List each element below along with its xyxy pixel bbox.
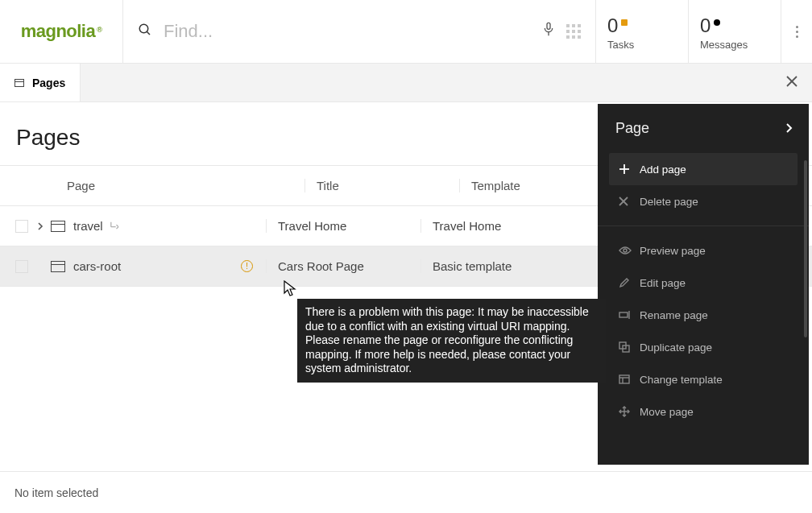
col-title[interactable]: Title [304,179,459,192]
messages-label: Messages [700,39,769,51]
panel-collapse-icon[interactable] [785,120,793,137]
svg-line-1 [147,31,150,35]
action-move: Move page [609,395,798,428]
tab-close-button[interactable] [786,74,798,91]
pages-icon [14,79,24,87]
action-label: Duplicate page [640,341,712,354]
action-label: Delete page [640,196,698,208]
action-preview: Preview page [609,234,798,267]
action-edit: Edit page [609,267,798,299]
messages-count: 0 [700,14,710,37]
dup-icon [619,341,640,353]
brand-mark: ® [97,26,102,34]
status-bar: No item selected [0,471,812,513]
app-logo[interactable]: magnolia® [0,0,123,63]
page-icon [51,261,65,272]
action-rename: Rename page [609,299,798,331]
row-title: Cars Root Page [266,259,420,273]
svg-point-0 [139,24,148,33]
row-checkbox[interactable] [15,220,28,233]
tasks-count: 0 [607,14,618,37]
eye-icon [619,246,640,255]
tab-pages[interactable]: Pages [0,64,81,101]
tab-bar: Pages [0,64,812,102]
messages-dot [714,19,720,26]
svg-rect-15 [619,312,628,317]
svg-line-9 [116,226,118,229]
move-icon [619,406,640,417]
svg-line-8 [116,225,118,227]
tab-label: Pages [32,77,65,89]
col-page[interactable]: Page [39,179,304,192]
svg-point-14 [624,249,627,252]
warning-icon[interactable]: ! [241,260,253,272]
action-label: Move page [640,406,694,418]
row-title: Travel Home [266,219,420,233]
page-title: Pages [16,125,80,151]
panel-heading: Page [615,120,649,137]
panel-scrollbar[interactable] [804,160,807,337]
action-label: Rename page [640,309,708,321]
pencil-icon [619,277,640,288]
action-changetpl: Change template [609,363,798,395]
actions-panel: Page Add pageDelete pagePreview pageEdit… [598,104,809,465]
kebab-icon [796,26,798,38]
row-name: travel [73,219,103,233]
more-menu[interactable] [781,0,812,63]
action-delete: Delete page [609,185,798,217]
messages-indicator[interactable]: 0 Messages [689,0,781,63]
plus-icon [619,163,640,175]
action-label: Change template [640,374,723,386]
action-duplicate: Duplicate page [609,331,798,363]
row-name: cars-root [73,259,121,273]
rename-icon [619,310,640,320]
action-label: Add page [640,163,686,176]
tasks-indicator[interactable]: 0 Tasks [596,0,689,63]
warning-tooltip: There is a problem with this page: It ma… [297,299,606,383]
action-add[interactable]: Add page [609,153,798,185]
brand-name: magnolia [21,21,96,41]
search-icon [138,23,152,40]
svg-rect-2 [547,23,550,29]
action-label: Edit page [640,277,686,289]
apps-grid-icon[interactable] [566,24,581,39]
node-tool-icon[interactable] [110,221,119,231]
microphone-icon[interactable] [542,22,555,41]
row-checkbox[interactable] [15,260,28,273]
tasks-alert-dot [621,19,628,26]
svg-rect-19 [619,375,629,383]
page-icon [51,221,65,232]
tpl-icon [619,374,640,384]
status-text: No item selected [14,486,98,499]
expand-icon[interactable] [35,219,46,233]
tasks-label: Tasks [607,39,677,51]
x-icon [619,197,640,206]
search-bar[interactable] [123,0,596,63]
search-input[interactable] [164,21,542,42]
action-label: Preview page [640,245,706,257]
